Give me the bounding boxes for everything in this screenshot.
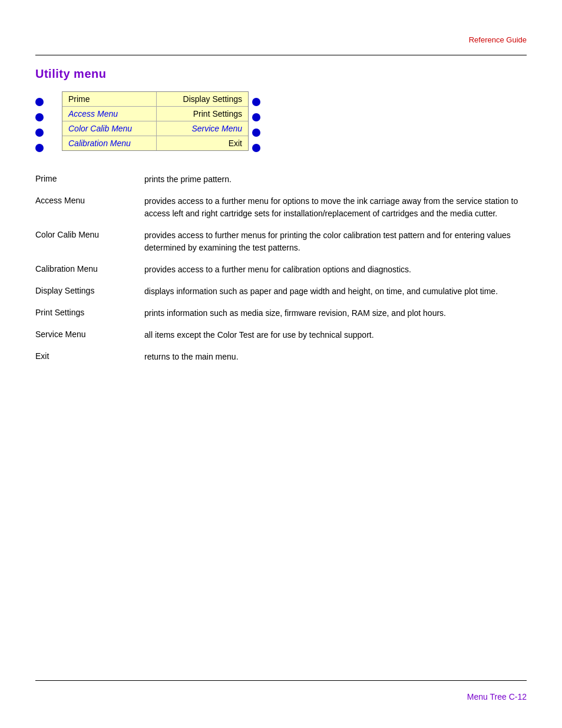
menu-right-display-settings: Display Settings	[157, 92, 248, 106]
def-print-settings: prints information such as media size, f…	[144, 307, 527, 319]
bullet-row-4	[35, 140, 44, 156]
term-calibration: Calibration Menu	[35, 263, 144, 274]
left-bullets	[35, 91, 44, 156]
bullet-row-r3	[252, 125, 260, 140]
desc-row-exit: Exit returns to the main menu.	[35, 351, 527, 363]
menu-left-color-calib: Color Calib Menu	[62, 121, 157, 136]
bullet-row-r4	[252, 140, 260, 156]
descriptions-table: Prime prints the prime pattern. Access M…	[35, 173, 527, 363]
term-exit: Exit	[35, 351, 144, 361]
desc-row-print-settings: Print Settings prints information such a…	[35, 307, 527, 319]
bullet-row-1	[35, 94, 44, 110]
bullet-row-3	[35, 125, 44, 140]
diagram-layout: Prime Display Settings Access Menu Print…	[35, 91, 260, 156]
footer-label: Menu Tree C-12	[467, 692, 527, 701]
def-service-menu: all items except the Color Test are for …	[144, 329, 527, 341]
def-access-menu: provides access to a further menu for op…	[144, 195, 527, 220]
menu-left-calibration: Calibration Menu	[62, 136, 157, 150]
desc-row-calibration: Calibration Menu provides access to a fu…	[35, 263, 527, 276]
def-exit: returns to the main menu.	[144, 351, 527, 363]
term-access-menu: Access Menu	[35, 195, 144, 205]
menu-box: Prime Display Settings Access Menu Print…	[62, 91, 249, 151]
desc-row-display-settings: Display Settings displays information su…	[35, 285, 527, 298]
menu-left-access-menu: Access Menu	[62, 107, 157, 121]
bullet-row-r1	[252, 94, 260, 110]
desc-row-prime: Prime prints the prime pattern.	[35, 173, 527, 186]
bullet-r4	[252, 144, 260, 152]
bullet-row-r2	[252, 110, 260, 125]
def-prime: prints the prime pattern.	[144, 173, 527, 186]
menu-row-4: Calibration Menu Exit	[62, 136, 248, 150]
bullet-2	[35, 113, 44, 121]
menu-right-print-settings: Print Settings	[157, 107, 248, 121]
menu-right-service-menu: Service Menu	[157, 121, 248, 136]
term-color-calib: Color Calib Menu	[35, 229, 144, 239]
menu-left-prime: Prime	[62, 92, 157, 106]
desc-row-color-calib: Color Calib Menu provides access to furt…	[35, 229, 527, 254]
bullet-r2	[252, 113, 260, 121]
def-calibration: provides access to a further menu for ca…	[144, 263, 527, 276]
term-prime: Prime	[35, 173, 144, 183]
bullet-3	[35, 129, 44, 137]
main-content: Utility menu	[0, 55, 562, 363]
footer: Menu Tree C-12	[467, 692, 527, 701]
bullet-r1	[252, 98, 260, 106]
bullet-row-2	[35, 110, 44, 125]
menu-row-3: Color Calib Menu Service Menu	[62, 121, 248, 136]
term-service-menu: Service Menu	[35, 329, 144, 339]
section-title: Utility menu	[35, 67, 527, 81]
desc-row-access-menu: Access Menu provides access to a further…	[35, 195, 527, 220]
header: Reference Guide	[0, 0, 562, 44]
reference-label: Reference Guide	[469, 35, 527, 44]
bullet-1	[35, 98, 44, 106]
right-bullets	[252, 91, 260, 156]
def-color-calib: provides access to further menus for pri…	[144, 229, 527, 254]
desc-row-service-menu: Service Menu all items except the Color …	[35, 329, 527, 341]
page: Reference Guide Utility menu	[0, 0, 562, 728]
term-display-settings: Display Settings	[35, 285, 144, 295]
menu-row-1: Prime Display Settings	[62, 92, 248, 107]
menu-diagram-container: Prime Display Settings Access Menu Print…	[35, 91, 527, 156]
bullet-4	[35, 144, 44, 152]
def-display-settings: displays information such as paper and p…	[144, 285, 527, 298]
bullet-r3	[252, 129, 260, 137]
menu-row-2: Access Menu Print Settings	[62, 107, 248, 121]
menu-right-exit: Exit	[157, 136, 248, 150]
bottom-divider	[35, 680, 527, 681]
term-print-settings: Print Settings	[35, 307, 144, 317]
